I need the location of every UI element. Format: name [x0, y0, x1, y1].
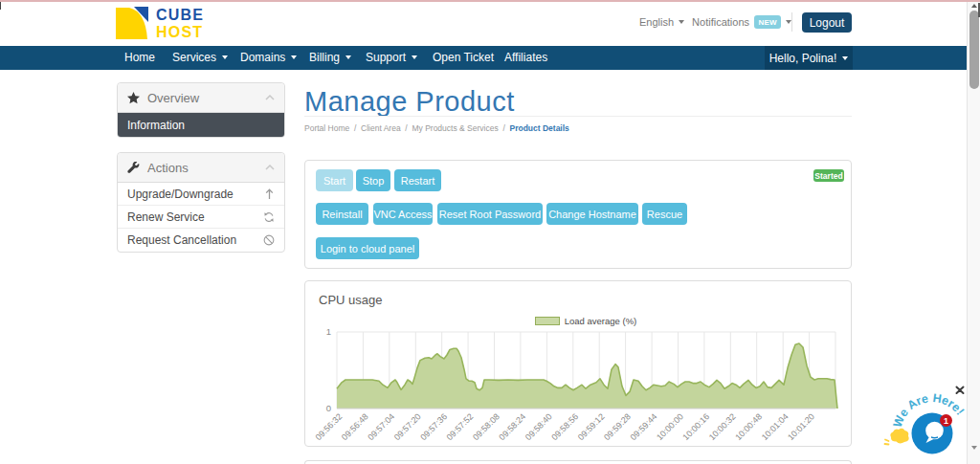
svg-text:09:56:48: 09:56:48	[340, 411, 370, 442]
svg-text:09:57:36: 09:57:36	[418, 411, 449, 442]
svg-text:09:57:52: 09:57:52	[445, 411, 476, 442]
svg-text:10:00:48: 10:00:48	[733, 411, 764, 442]
svg-text:10:01:04: 10:01:04	[760, 411, 791, 442]
svg-text:09:58:24: 09:58:24	[497, 411, 527, 442]
svg-text:10:00:16: 10:00:16	[680, 411, 711, 442]
svg-text:HOST: HOST	[156, 24, 203, 40]
svg-text:09:58:56: 09:58:56	[549, 411, 580, 442]
svg-text:09:57:04: 09:57:04	[366, 411, 396, 442]
svg-text:09:59:44: 09:59:44	[629, 411, 659, 442]
svg-text:09:58:40: 09:58:40	[523, 411, 554, 442]
svg-text:1: 1	[326, 326, 331, 337]
svg-text:10:00:00: 10:00:00	[655, 411, 685, 442]
svg-text:0: 0	[326, 403, 331, 413]
svg-text:1: 1	[944, 416, 948, 426]
svg-text:10:01:20: 10:01:20	[786, 411, 816, 442]
svg-text:09:58:08: 09:58:08	[471, 411, 501, 442]
svg-text:CUBE: CUBE	[156, 7, 204, 23]
svg-text:09:59:12: 09:59:12	[576, 411, 607, 442]
svg-text:09:57:20: 09:57:20	[392, 411, 423, 442]
svg-text:10:00:32: 10:00:32	[707, 411, 738, 442]
svg-text:09:56:32: 09:56:32	[314, 411, 345, 442]
svg-text:09:59:28: 09:59:28	[602, 411, 633, 442]
